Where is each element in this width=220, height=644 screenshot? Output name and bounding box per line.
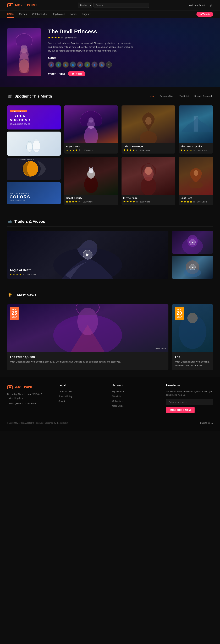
footer-newsletter: Newsletter Subscribe to our newsletter s… <box>166 384 213 413</box>
ad-card-colors[interactable]: CREATIVE BRANDING COLORS COMPANY DETAILS <box>7 182 61 204</box>
footer-brand: MOVIE POINT 7th Harley Place, London W1G… <box>7 384 52 413</box>
movie-card-lost[interactable]: The Lost City of Z ★★★★★ 180k voters <box>179 106 213 154</box>
news-date-badge-2: NOV 20 2017 <box>175 307 184 320</box>
ad-colors-label: CREATIVE BRANDING <box>10 193 29 194</box>
cast-avatar-4: 👤 <box>70 62 76 68</box>
movie-card-beast[interactable]: Beast Beauty ★★★★★ 180k voters <box>64 157 118 205</box>
footer-userguide-link[interactable]: User Guide <box>112 404 124 407</box>
news-year-1: 2017 <box>12 316 17 318</box>
nav-tickets[interactable]: 🎟 Tickets <box>196 12 213 17</box>
trailer-play-button[interactable]: ▶ <box>83 250 92 260</box>
footer-logo-icon <box>7 384 13 390</box>
trailer-thumb-1-play[interactable]: ▶ <box>189 239 195 245</box>
news-card-1[interactable]: NOV 25 2017 Read More The Witch Queen Wi… <box>7 304 168 370</box>
footer-legal-links: Terms of Use Privacy Policy Security <box>58 390 105 402</box>
footer-privacy-link[interactable]: Privacy Policy <box>58 395 72 398</box>
ad-purple-image: 5% MOVIE POINT YOURADS HEAR BRAND NAME S… <box>7 106 61 130</box>
ad-subtext: BRAND NAME SPACE <box>10 123 31 125</box>
tab-latest[interactable]: Latest <box>147 94 156 98</box>
hero-title: The Devil Princess <box>48 28 213 35</box>
footer-email-input[interactable] <box>166 399 213 405</box>
hero-tickets-button[interactable]: 🎟 Tickets <box>68 71 85 76</box>
hero-voters: 180k voters <box>65 36 77 39</box>
footer-grid: MOVIE POINT 7th Harley Place, London W1G… <box>7 384 213 413</box>
news-section: 🏆 Latest News NOV 25 2017 Read More <box>0 286 220 377</box>
hero-poster-image <box>7 28 41 76</box>
movie-info-lost: The Lost City of Z ★★★★★ 180k voters <box>179 143 213 154</box>
watch-trailer-label: Watch Trailer <box>48 72 65 76</box>
ad-card-company[interactable]: COMPANY DETAILS <box>7 158 61 180</box>
tab-coming-soon[interactable]: Comming Soon <box>158 94 175 98</box>
spotlight-header: 🎬 Spotlight This Month Latest Comming So… <box>7 94 213 101</box>
footer-account: Account My Account Watchlist Collections… <box>112 384 159 413</box>
ad-headline: YOURADS HEAR <box>10 114 30 122</box>
movie-meta-fade: ★★★★★ 180k voters <box>123 200 174 203</box>
header: MOVIE POINT Movies Welcome Guest! Login <box>0 0 220 10</box>
movie-meta-beast: ★★★★★ 180k voters <box>66 200 116 203</box>
movie-meta-hero: ★★★★★ 180k voters <box>180 200 211 203</box>
movie-info-beast: Beast Beauty ★★★★★ 180k voters <box>64 195 118 205</box>
news-desc-1: Witch Queen is a tall woman with a slim … <box>10 360 166 364</box>
footer-watchlist-link[interactable]: Watchlist <box>112 395 121 398</box>
logo[interactable]: MOVIE POINT <box>7 2 37 8</box>
news-title-1: The Witch Queen <box>10 355 166 359</box>
nav-celebrities[interactable]: Celebrities list <box>32 11 48 18</box>
hero-actions: Watch Trailer 🎟 Tickets <box>48 71 213 76</box>
footer-myaccount-link[interactable]: My Account <box>112 390 124 393</box>
footer-terms-link[interactable]: Terms of Use <box>58 390 72 393</box>
footer-collections-link[interactable]: Collections <box>112 400 123 402</box>
footer-newsletter-desc: Subscribe to our newsletter system now t… <box>166 390 213 397</box>
trailer-title: Angle of Death <box>10 268 36 272</box>
svg-rect-29 <box>89 167 90 169</box>
spotlight-icon: 🎬 <box>7 94 12 99</box>
search-input[interactable] <box>94 3 149 8</box>
cast-avatar-2: 👤 <box>55 62 62 68</box>
header-search: Movies <box>78 2 149 8</box>
news-content-2: The Witch Queen is a tall woman with a s… <box>172 352 213 370</box>
movie-card-fade[interactable]: In The Fade ★★★★★ 180k voters <box>122 157 175 205</box>
ad-card-cosmetic[interactable] <box>7 132 61 156</box>
news-title-2: The <box>175 355 210 359</box>
movie-info-tale: Tale of Revenge ★★★★★ 180k voters <box>122 143 175 154</box>
trailer-thumb-2[interactable]: ▶ <box>172 256 213 279</box>
cast-more: +2 <box>106 62 112 68</box>
footer-security-link[interactable]: Security <box>58 400 67 402</box>
trailer-thumb-1[interactable]: ▶ <box>172 231 213 254</box>
nav-home[interactable]: Home <box>7 10 14 18</box>
nav-pages[interactable]: Pages ▾ <box>82 11 91 18</box>
news-read-more-1[interactable]: Read More <box>155 347 166 350</box>
hero-info: The Devil Princess ★ ★ ★ ★ ★ 180k voters… <box>48 28 213 76</box>
ad-card-purple[interactable]: 5% MOVIE POINT YOURADS HEAR BRAND NAME S… <box>7 106 61 130</box>
login-link[interactable]: Login <box>208 4 213 6</box>
nav-movies[interactable]: Movies <box>19 11 27 18</box>
movie-card-tale[interactable]: Tale of Revenge ★★★★★ 180k voters <box>122 106 175 154</box>
ad-colors-image: CREATIVE BRANDING COLORS COMPANY DETAILS <box>7 182 61 204</box>
movie-card-hero[interactable]: Last Hero ★★★★★ 180k voters <box>179 157 213 205</box>
nav-news[interactable]: News <box>70 11 77 18</box>
movie-card-boyz[interactable]: Boyz II Men ★★★★★ 180k voters <box>64 106 118 154</box>
back-to-top-link[interactable]: Back to top ▲ <box>200 422 213 424</box>
movie-title-hero: Last Hero <box>180 196 211 200</box>
movie-info-boyz: Boyz II Men ★★★★★ 180k voters <box>64 143 118 154</box>
trailer-thumb-2-play[interactable]: ▶ <box>189 264 195 270</box>
movie-title-beast: Beast Beauty <box>66 196 116 200</box>
movie-info-hero: Last Hero ★★★★★ 180k voters <box>179 195 213 205</box>
nav-top-movies[interactable]: Top Movies <box>52 11 65 18</box>
search-category[interactable]: Movies <box>78 2 92 8</box>
trailer-main[interactable]: ▶ Angle of Death ★★★★★ 180k voters <box>7 231 168 279</box>
trailer-side: ▶ ▶ <box>172 231 213 279</box>
ad-company-image: COMPANY DETAILS <box>7 158 61 180</box>
svg-rect-50 <box>11 385 12 386</box>
tab-top-rated[interactable]: Top Rated <box>178 94 190 98</box>
movie-title-lost: The Lost City of Z <box>180 145 211 148</box>
news-card-2-image: NOV 20 2017 <box>172 304 213 352</box>
subscribe-button[interactable]: SUBSCRIBE NOW <box>166 407 194 413</box>
svg-point-48 <box>9 386 11 388</box>
news-card-2[interactable]: NOV 20 2017 The Witch Queen is a tall wo… <box>172 304 213 370</box>
news-content-1: The Witch Queen Witch Queen is a tall wo… <box>7 352 168 366</box>
hero-poster <box>7 28 41 76</box>
trailers-grid: ▶ Angle of Death ★★★★★ 180k voters ▶ <box>7 231 213 279</box>
tab-recently-released[interactable]: Recently Released <box>193 94 213 98</box>
svg-text:COMPANY DETAILS: COMPANY DETAILS <box>18 159 34 160</box>
svg-rect-51 <box>9 385 11 386</box>
